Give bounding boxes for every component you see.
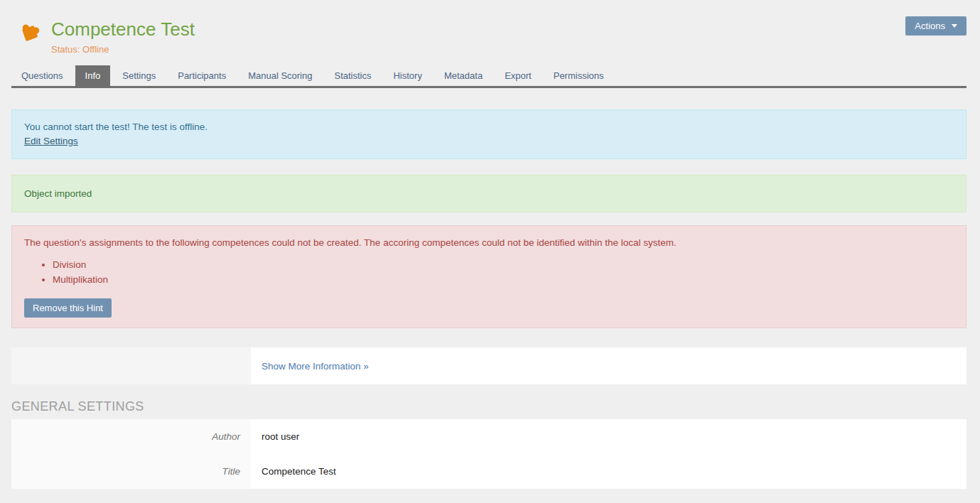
author-label: Author (11, 419, 251, 454)
page-header: Competence Test Status: Offline (11, 0, 966, 55)
tab-info[interactable]: Info (75, 65, 111, 86)
tab-questions[interactable]: Questions (11, 65, 73, 86)
general-settings-form: Author root user Title Competence Test (11, 419, 966, 489)
show-more-information-link[interactable]: Show More Information » (262, 361, 369, 372)
tab-settings[interactable]: Settings (112, 65, 166, 86)
alert-success-text: Object imported (24, 187, 92, 201)
general-settings-heading: GENERAL SETTINGS (11, 399, 966, 414)
status-text: Status: Offline (51, 44, 195, 55)
list-item: Multiplikation (53, 273, 954, 287)
author-value: root user (251, 419, 299, 454)
tab-history[interactable]: History (383, 65, 431, 86)
title-label: Title (11, 454, 251, 489)
tab-statistics[interactable]: Statistics (324, 65, 381, 86)
alert-info-text: You cannot start the test! The test is o… (24, 120, 954, 134)
alert-success: Object imported (11, 175, 966, 212)
tab-permissions[interactable]: Permissions (544, 65, 614, 86)
alert-error: The question's assignments to the follow… (11, 225, 966, 328)
show-more-row: Show More Information » (11, 347, 966, 384)
alert-error-text: The question's assignments to the follow… (24, 236, 954, 250)
show-more-row-content: Show More Information » (251, 347, 369, 384)
missing-competences-list: Division Multiplikation (24, 258, 954, 287)
edit-settings-link[interactable]: Edit Settings (24, 136, 78, 146)
show-more-row-spacer (11, 347, 251, 384)
page-title: Competence Test (51, 18, 195, 40)
form-row-author: Author root user (11, 419, 966, 454)
caret-down-icon (952, 24, 957, 28)
list-item: Division (53, 258, 954, 272)
tab-export[interactable]: Export (495, 65, 542, 86)
remove-hint-button[interactable]: Remove this Hint (24, 298, 112, 318)
puzzle-icon (17, 18, 43, 43)
tab-metadata[interactable]: Metadata (434, 65, 492, 86)
title-block: Competence Test Status: Offline (51, 18, 195, 55)
tab-bar: Questions Info Settings Participants Man… (11, 65, 966, 88)
alert-info: You cannot start the test! The test is o… (11, 109, 966, 159)
tab-participants[interactable]: Participants (168, 65, 236, 86)
actions-button-label: Actions (915, 21, 945, 31)
title-value: Competence Test (251, 454, 336, 489)
tab-manual-scoring[interactable]: Manual Scoring (238, 65, 322, 86)
form-row-title: Title Competence Test (11, 454, 966, 489)
page: Competence Test Status: Offline Actions … (0, 0, 980, 489)
actions-button[interactable]: Actions (905, 16, 966, 36)
